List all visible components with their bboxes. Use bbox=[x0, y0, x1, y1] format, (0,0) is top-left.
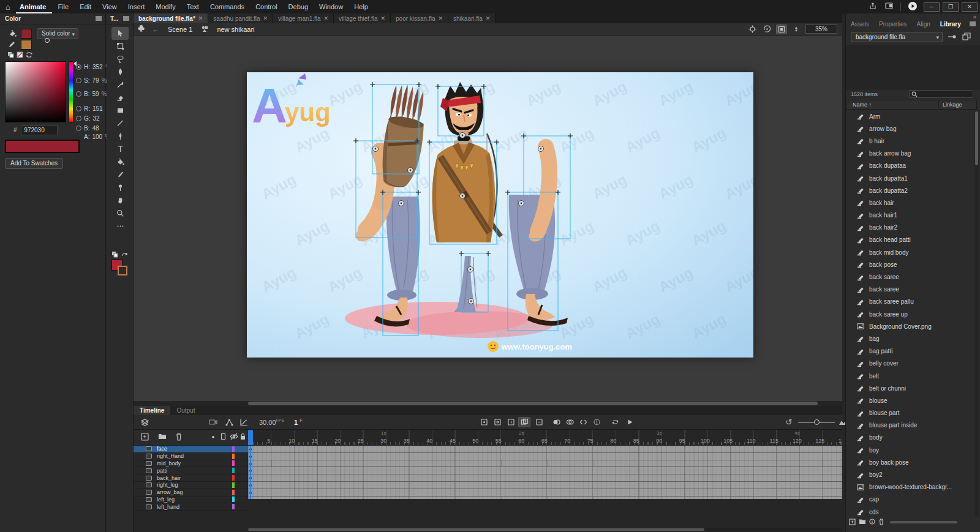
frame-row-patti[interactable] bbox=[248, 467, 842, 474]
playhead-marker[interactable] bbox=[248, 430, 253, 446]
quick-publish-icon[interactable] bbox=[905, 1, 921, 13]
parenting-view-icon[interactable] bbox=[223, 417, 235, 427]
playhead-line[interactable] bbox=[250, 446, 251, 499]
layer-row-arrow_bag[interactable]: arrow_bag bbox=[134, 489, 248, 496]
timeline-zoom-slider[interactable] bbox=[798, 422, 835, 423]
new-symbol-icon[interactable] bbox=[849, 519, 856, 526]
text-tool[interactable] bbox=[111, 143, 129, 155]
zoom-tool[interactable] bbox=[111, 207, 129, 220]
back-arrow-icon[interactable]: ← bbox=[148, 26, 163, 33]
library-item-bag[interactable]: bag bbox=[848, 332, 977, 345]
library-item-back-mid-body[interactable]: back mid body bbox=[848, 246, 977, 258]
library-item-back-hair[interactable]: back hair bbox=[848, 197, 977, 209]
library-item-boy[interactable]: boy bbox=[848, 444, 977, 456]
close-tab-icon[interactable]: ✕ bbox=[380, 15, 385, 21]
edit-multiple-frames-icon[interactable] bbox=[518, 417, 530, 427]
stroke-color-swatch[interactable] bbox=[21, 40, 32, 50]
symbol-name[interactable]: new shikaari bbox=[212, 26, 259, 33]
layer-outline-color-chip[interactable] bbox=[232, 454, 235, 459]
frame-row-right_leg[interactable] bbox=[248, 482, 842, 489]
library-item-boy-back-pose[interactable]: boy back pose bbox=[848, 456, 977, 468]
center-frame-icon[interactable] bbox=[747, 24, 758, 34]
saturation-brightness-box[interactable] bbox=[5, 61, 66, 122]
frames-grid[interactable] bbox=[248, 446, 842, 499]
library-item-belt-or-chunni[interactable]: belt or chunni bbox=[848, 382, 977, 394]
menu-control[interactable]: Control bbox=[250, 0, 282, 13]
panel-tab-align[interactable]: Align bbox=[912, 21, 935, 28]
library-item-back-saree-up[interactable]: back saree up bbox=[848, 308, 977, 320]
alpha-value[interactable]: A:100% bbox=[76, 133, 110, 140]
new-library-panel-icon[interactable] bbox=[962, 32, 971, 42]
library-item-cds[interactable]: cds bbox=[848, 506, 977, 517]
library-document-select[interactable]: background file.fla ▾ bbox=[851, 32, 943, 42]
graph-editor-icon[interactable] bbox=[238, 417, 250, 427]
layer-row-left_leg[interactable]: left_leg bbox=[134, 496, 248, 504]
library-item-belly-cover[interactable]: belly cover bbox=[848, 358, 977, 370]
library-search-input[interactable] bbox=[909, 90, 973, 98]
asset-warp-tool[interactable] bbox=[111, 181, 129, 194]
free-transform-tool[interactable] bbox=[111, 40, 129, 53]
fill-color-swatch[interactable] bbox=[21, 29, 32, 39]
library-item-blouse[interactable]: blouse bbox=[848, 394, 977, 406]
fill-bucket-icon[interactable] bbox=[8, 29, 17, 40]
green-value[interactable]: G:32 bbox=[76, 115, 100, 122]
play-button-icon[interactable] bbox=[624, 417, 636, 427]
pen-tool[interactable] bbox=[111, 130, 129, 143]
hide-layers-icon[interactable] bbox=[230, 433, 238, 441]
onion-skin-icon[interactable] bbox=[550, 417, 562, 427]
sb-marker[interactable] bbox=[45, 38, 50, 43]
line-tool[interactable] bbox=[111, 117, 129, 130]
layer-outline-color-chip[interactable] bbox=[232, 496, 235, 502]
panel-menu-icon[interactable] bbox=[970, 21, 976, 26]
panel-tab-assets[interactable]: Assets bbox=[846, 21, 874, 28]
doc-tab-background-file-fla-[interactable]: background file.fla*✕ bbox=[134, 13, 208, 23]
library-item-brown-wood-textured-backgr-[interactable]: brown-wood-textured-backgr... bbox=[848, 481, 977, 493]
layer-row-right_Hand[interactable]: right_Hand bbox=[134, 453, 248, 460]
timeline-ruler[interactable]: 5101520253035404550556065707580859095100… bbox=[248, 430, 842, 446]
menu-modify[interactable]: Modify bbox=[150, 0, 181, 13]
highlight-layers-dot-icon[interactable] bbox=[212, 436, 214, 438]
menu-help[interactable]: Help bbox=[349, 0, 374, 13]
library-item-back-hair2[interactable]: back hair2 bbox=[848, 222, 977, 234]
doc-tab-village-man1-fla[interactable]: village man1.fla✕ bbox=[273, 13, 334, 23]
library-item-cap[interactable]: cap bbox=[848, 493, 977, 506]
library-horizontal-scrollbar[interactable] bbox=[890, 521, 957, 523]
menu-file[interactable]: File bbox=[52, 0, 74, 13]
tool-default-colors-icon[interactable] bbox=[111, 251, 118, 259]
symbol-icon[interactable] bbox=[197, 25, 212, 34]
delete-item-icon[interactable] bbox=[878, 519, 884, 526]
frame-row-right_Hand[interactable] bbox=[248, 453, 842, 460]
stage-horizontal-scrollbar[interactable] bbox=[134, 401, 842, 406]
stepper-down-icon[interactable]: ▼ bbox=[794, 29, 798, 32]
panel-tab-properties[interactable]: Properties bbox=[874, 21, 912, 28]
insert-frame-icon[interactable] bbox=[505, 417, 517, 427]
color-type-select[interactable]: Solid color ▾ bbox=[37, 28, 78, 39]
zoom-level-select[interactable]: 35% bbox=[805, 24, 837, 34]
layer-outline-color-chip[interactable] bbox=[232, 468, 235, 473]
menu-commands[interactable]: Commands bbox=[205, 0, 250, 13]
frame-row-back_hair[interactable] bbox=[248, 474, 842, 482]
minimize-button[interactable]: ─ bbox=[924, 2, 940, 12]
layer-outline-color-chip[interactable] bbox=[232, 460, 235, 466]
blue-value-radio[interactable] bbox=[76, 126, 81, 131]
new-layer-icon[interactable] bbox=[141, 433, 149, 442]
brightness-value[interactable]: B:59% bbox=[76, 91, 107, 97]
default-colors-icon[interactable] bbox=[7, 51, 14, 60]
library-item-Background-Cover-png[interactable]: Background Cover.png bbox=[848, 320, 977, 332]
brightness-value-radio[interactable] bbox=[76, 91, 81, 97]
hand-tool[interactable] bbox=[111, 194, 129, 207]
delete-layer-icon[interactable] bbox=[175, 433, 183, 442]
library-item-Arm[interactable]: Arm bbox=[848, 110, 977, 122]
remove-frames-icon[interactable] bbox=[533, 417, 545, 427]
layer-row-back_hair[interactable]: back_hair bbox=[134, 474, 248, 482]
green-value-radio[interactable] bbox=[76, 116, 81, 121]
library-vertical-scrollbar[interactable] bbox=[974, 110, 979, 517]
tools-panel-menu-icon[interactable] bbox=[123, 16, 129, 21]
library-item-belt[interactable]: belt bbox=[848, 370, 977, 382]
layer-row-patti[interactable]: patti bbox=[134, 467, 248, 474]
onion-skin-outlines-icon[interactable] bbox=[564, 417, 576, 427]
layers-panel-icon[interactable] bbox=[138, 417, 151, 427]
swap-colors-icon[interactable] bbox=[26, 51, 33, 60]
home-icon[interactable]: ⌂ bbox=[0, 2, 16, 12]
library-item-boy2[interactable]: boy2 bbox=[848, 468, 977, 481]
